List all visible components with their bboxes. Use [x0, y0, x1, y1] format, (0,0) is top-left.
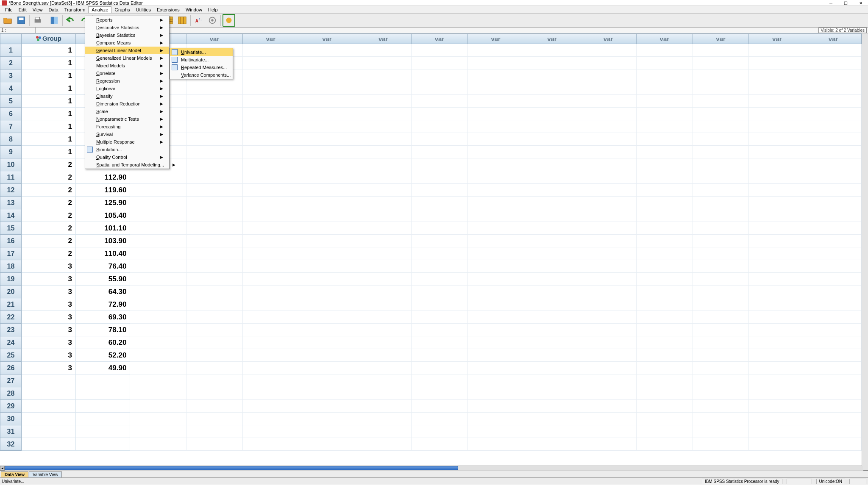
cell-group[interactable]: 2 [21, 197, 75, 209]
empty-cell[interactable] [637, 95, 693, 108]
cell-group[interactable]: 1 [21, 57, 75, 69]
empty-cell[interactable] [693, 184, 749, 197]
column-header-var[interactable]: var [693, 34, 749, 44]
empty-cell[interactable] [524, 413, 580, 425]
empty-cell[interactable] [467, 273, 524, 286]
empty-cell[interactable] [580, 69, 637, 82]
empty-cell[interactable] [467, 235, 524, 247]
row-number-cell[interactable]: 26 [0, 362, 22, 374]
menu-item-multiple-response[interactable]: Multiple Response▶ [85, 138, 169, 146]
empty-cell[interactable] [805, 273, 862, 286]
empty-cell[interactable] [524, 425, 580, 438]
empty-cell[interactable] [805, 158, 862, 171]
empty-cell[interactable] [242, 69, 299, 82]
empty-cell[interactable] [749, 413, 805, 425]
empty-cell[interactable] [637, 311, 693, 324]
tab-variable-view[interactable]: Variable View [29, 471, 62, 477]
empty-cell[interactable] [186, 387, 243, 400]
empty-cell[interactable] [299, 273, 355, 286]
empty-cell[interactable] [130, 286, 186, 298]
empty-cell[interactable] [186, 120, 243, 133]
empty-cell[interactable] [299, 374, 355, 387]
column-header-var[interactable]: var [637, 34, 693, 44]
empty-cell[interactable] [637, 247, 693, 260]
empty-cell[interactable] [805, 438, 862, 451]
empty-cell[interactable] [805, 374, 862, 387]
cell-value[interactable]: 101.10 [76, 222, 130, 235]
row-number-cell[interactable]: 31 [0, 425, 22, 438]
column-header-var[interactable]: var [299, 34, 355, 44]
empty-cell[interactable] [299, 324, 355, 336]
empty-cell[interactable] [580, 247, 637, 260]
empty-cell[interactable] [242, 146, 299, 158]
cell-value[interactable] [76, 400, 130, 413]
empty-cell[interactable] [355, 400, 412, 413]
empty-cell[interactable] [524, 362, 580, 374]
empty-cell[interactable] [355, 82, 412, 95]
empty-cell[interactable] [467, 298, 524, 311]
row-number-cell[interactable]: 21 [0, 298, 22, 311]
empty-cell[interactable] [412, 311, 468, 324]
empty-cell[interactable] [805, 108, 862, 120]
empty-cell[interactable] [524, 184, 580, 197]
empty-cell[interactable] [130, 171, 186, 184]
empty-cell[interactable] [693, 349, 749, 362]
empty-cell[interactable] [130, 260, 186, 273]
cell-group[interactable]: 3 [21, 362, 75, 374]
empty-cell[interactable] [524, 133, 580, 146]
empty-cell[interactable] [242, 235, 299, 247]
empty-cell[interactable] [805, 311, 862, 324]
empty-cell[interactable] [580, 425, 637, 438]
empty-cell[interactable] [412, 400, 468, 413]
cell-group[interactable]: 2 [21, 209, 75, 222]
empty-cell[interactable] [467, 247, 524, 260]
menu-data[interactable]: Data [45, 7, 61, 13]
empty-cell[interactable] [749, 57, 805, 69]
empty-cell[interactable] [130, 235, 186, 247]
menu-item-dimension-reduction[interactable]: Dimension Reduction▶ [85, 100, 169, 108]
empty-cell[interactable] [355, 387, 412, 400]
weight-cases-button[interactable] [176, 14, 189, 27]
empty-cell[interactable] [805, 400, 862, 413]
empty-cell[interactable] [242, 413, 299, 425]
menu-utilities[interactable]: Utilities [133, 7, 154, 13]
empty-cell[interactable] [242, 197, 299, 209]
empty-cell[interactable] [130, 222, 186, 235]
empty-cell[interactable] [693, 324, 749, 336]
empty-cell[interactable] [524, 349, 580, 362]
empty-cell[interactable] [299, 95, 355, 108]
empty-cell[interactable] [299, 362, 355, 374]
empty-cell[interactable] [693, 44, 749, 57]
empty-cell[interactable] [299, 247, 355, 260]
row-number-cell[interactable]: 16 [0, 235, 22, 247]
empty-cell[interactable] [355, 120, 412, 133]
empty-cell[interactable] [186, 413, 243, 425]
empty-cell[interactable] [693, 108, 749, 120]
empty-cell[interactable] [412, 438, 468, 451]
empty-cell[interactable] [693, 247, 749, 260]
menu-graphs[interactable]: Graphs [111, 7, 133, 13]
empty-cell[interactable] [580, 209, 637, 222]
empty-cell[interactable] [467, 311, 524, 324]
empty-cell[interactable] [805, 222, 862, 235]
empty-cell[interactable] [186, 311, 243, 324]
empty-cell[interactable] [524, 95, 580, 108]
empty-cell[interactable] [637, 44, 693, 57]
empty-cell[interactable] [693, 171, 749, 184]
cell-group[interactable]: 1 [21, 95, 75, 108]
menu-item-classify[interactable]: Classify▶ [85, 92, 169, 100]
empty-cell[interactable] [580, 171, 637, 184]
empty-cell[interactable] [637, 298, 693, 311]
cell-group[interactable] [21, 400, 75, 413]
empty-cell[interactable] [186, 171, 243, 184]
empty-cell[interactable] [186, 146, 243, 158]
row-number-cell[interactable]: 12 [0, 184, 22, 197]
column-header-var[interactable]: var [467, 34, 524, 44]
empty-cell[interactable] [242, 349, 299, 362]
cell-value[interactable]: 52.20 [76, 349, 130, 362]
empty-cell[interactable] [299, 425, 355, 438]
row-number-cell[interactable]: 28 [0, 387, 22, 400]
empty-cell[interactable] [467, 57, 524, 69]
empty-cell[interactable] [242, 273, 299, 286]
empty-cell[interactable] [355, 197, 412, 209]
